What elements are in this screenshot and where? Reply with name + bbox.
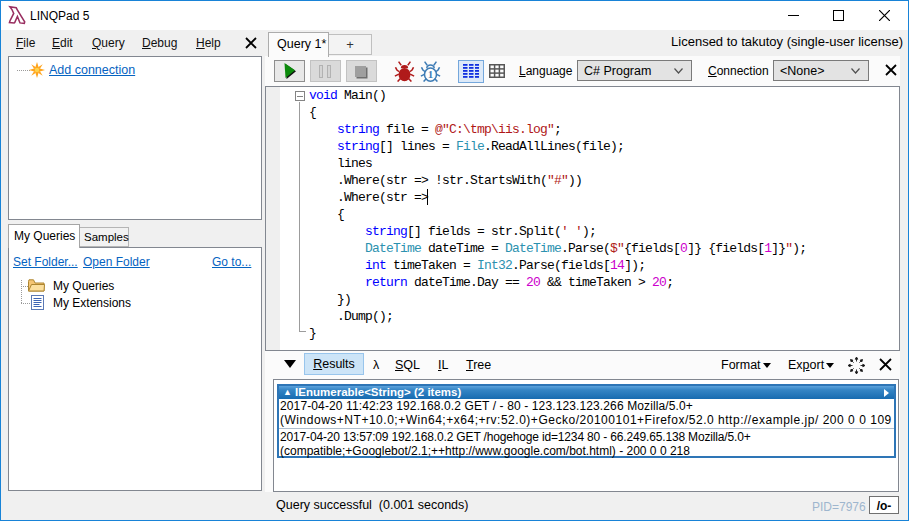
svg-text:1: 1: [428, 68, 434, 80]
